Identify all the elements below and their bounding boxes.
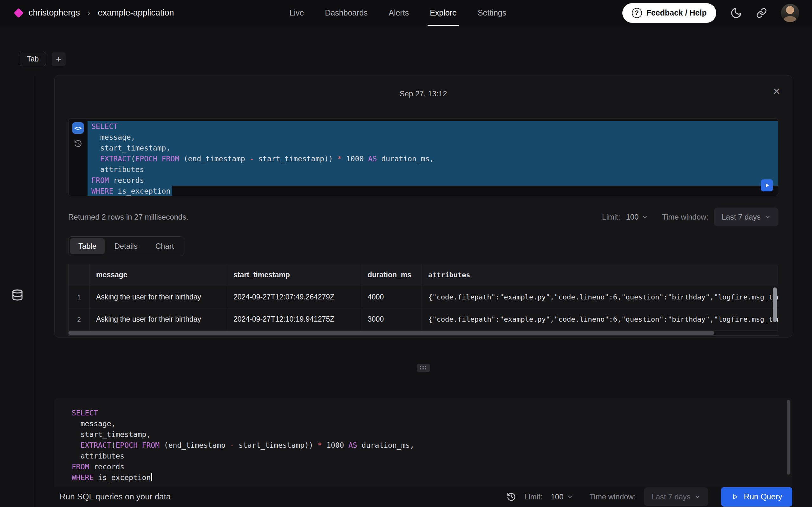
table-row[interactable]: 2Asking the user for their birthday2024-… bbox=[68, 308, 778, 331]
query-history-icon[interactable] bbox=[507, 492, 516, 502]
table-cell: 2024-09-27T12:10:19.941275Z bbox=[227, 308, 361, 330]
close-icon[interactable]: ✕ bbox=[773, 87, 780, 96]
chevron-down-icon bbox=[642, 214, 648, 220]
vertical-scrollbar[interactable] bbox=[773, 287, 777, 322]
history-icon[interactable] bbox=[74, 139, 82, 148]
footer-limit-label: Limit: bbox=[524, 493, 542, 501]
table-cell: 2 bbox=[68, 308, 90, 330]
column-header-duration_ms[interactable]: duration_ms bbox=[361, 264, 422, 286]
column-header-start_timestamp[interactable]: start_timestamp bbox=[227, 264, 361, 286]
limit-label: Limit: bbox=[602, 213, 620, 222]
horizontal-scrollbar[interactable] bbox=[68, 331, 778, 335]
database-icon[interactable] bbox=[11, 83, 23, 507]
table-body: 1Asking the user for their birthday2024-… bbox=[68, 286, 778, 331]
sql-editor-panel[interactable]: SELECT message, start_timestamp, EXTRACT… bbox=[54, 398, 792, 487]
time-window-value: Last 7 days bbox=[722, 213, 761, 222]
footer-limit-value: 100 bbox=[551, 493, 563, 501]
nav-right: ? Feedback / Help bbox=[622, 3, 799, 23]
table-cell: 2024-09-27T12:07:49.264279Z bbox=[227, 286, 361, 308]
nav-item-live[interactable]: Live bbox=[279, 0, 315, 26]
feedback-help-button[interactable]: ? Feedback / Help bbox=[622, 3, 716, 23]
editor-hint: Run SQL queries on your data bbox=[60, 492, 171, 502]
run-query-button[interactable]: Run Query bbox=[721, 487, 792, 507]
view-tab-table[interactable]: Table bbox=[70, 238, 105, 254]
footer-limit-select[interactable]: 100 bbox=[551, 493, 573, 501]
editor-gutter: <> bbox=[68, 118, 88, 196]
table-cell: Asking the user for their birthday bbox=[90, 308, 227, 330]
split-zone bbox=[54, 337, 792, 398]
breadcrumb-separator-icon: › bbox=[88, 8, 90, 17]
run-mini-button[interactable] bbox=[761, 179, 773, 191]
nav-items: LiveDashboardsAlertsExploreSettings bbox=[279, 0, 517, 26]
nav-item-dashboards[interactable]: Dashboards bbox=[314, 0, 378, 26]
status-row: Returned 2 rows in 27 milliseconds. Limi… bbox=[68, 208, 778, 226]
view-tabs: TableDetailsChart bbox=[68, 236, 184, 256]
user-avatar[interactable] bbox=[781, 4, 799, 22]
row-number-header bbox=[68, 264, 90, 286]
result-status: Returned 2 rows in 27 milliseconds. bbox=[68, 213, 189, 222]
result-panel-header: Sep 27, 13:12 ✕ bbox=[68, 75, 778, 112]
column-header-message[interactable]: message bbox=[90, 264, 227, 286]
editor-scrollbar[interactable] bbox=[787, 400, 790, 475]
breadcrumb-project[interactable]: example-application bbox=[98, 8, 174, 18]
result-timestamp: Sep 27, 13:12 bbox=[400, 89, 447, 98]
editor-sql-code[interactable]: SELECT message, start_timestamp, EXTRACT… bbox=[68, 405, 786, 483]
nav-item-explore[interactable]: Explore bbox=[419, 0, 467, 26]
table-cell: {"code.filepath":"example.py","code.line… bbox=[422, 286, 778, 308]
table-cell: Asking the user for their birthday bbox=[90, 286, 227, 308]
main-content: Sep 27, 13:12 ✕ <> SELECT message, start… bbox=[35, 75, 812, 507]
run-query-label: Run Query bbox=[744, 492, 782, 501]
footer-time-window-label: Time window: bbox=[590, 493, 636, 501]
text-caret bbox=[151, 473, 152, 481]
panel-resize-handle[interactable] bbox=[417, 364, 430, 372]
chevron-down-icon bbox=[567, 494, 573, 500]
top-nav: christophergs › example-application Live… bbox=[0, 0, 812, 26]
left-rail bbox=[0, 75, 35, 507]
breadcrumb-org[interactable]: christophergs bbox=[29, 8, 80, 18]
results-table: messagestart_timestampduration_msattribu… bbox=[68, 264, 778, 336]
code-icon[interactable]: <> bbox=[72, 122, 84, 134]
question-circle-icon: ? bbox=[632, 8, 642, 18]
tab-bar: Tab + bbox=[0, 26, 812, 75]
chevron-down-icon bbox=[694, 494, 701, 500]
chevron-down-icon bbox=[764, 214, 771, 220]
bottom-bar: Run SQL queries on your data Limit: 100 … bbox=[54, 487, 792, 507]
theme-toggle-moon-icon[interactable] bbox=[730, 7, 742, 19]
nav-item-alerts[interactable]: Alerts bbox=[378, 0, 419, 26]
table-cell: 4000 bbox=[361, 286, 422, 308]
add-tab-button[interactable]: + bbox=[52, 52, 66, 66]
table-header-row: messagestart_timestampduration_msattribu… bbox=[68, 264, 778, 286]
time-window-select[interactable]: Last 7 days bbox=[714, 208, 778, 226]
limit-value: 100 bbox=[626, 213, 639, 222]
tab-chip[interactable]: Tab bbox=[20, 52, 46, 66]
nav-item-settings[interactable]: Settings bbox=[467, 0, 517, 26]
logfire-logo-icon[interactable] bbox=[14, 8, 23, 18]
table-cell: 1 bbox=[68, 286, 90, 308]
column-header-attributes[interactable]: attributes bbox=[422, 264, 778, 286]
table-cell: 3000 bbox=[361, 308, 422, 330]
workspace: Sep 27, 13:12 ✕ <> SELECT message, start… bbox=[0, 75, 812, 507]
breadcrumb: christophergs › example-application bbox=[15, 8, 174, 18]
table-cell: {"code.filepath":"example.py","code.line… bbox=[422, 308, 778, 330]
result-sql-view: <> SELECT message, start_timestamp, EXTR… bbox=[68, 118, 778, 196]
footer-time-window-value: Last 7 days bbox=[652, 493, 691, 501]
result-controls: Limit: 100 Time window: Last 7 days bbox=[602, 208, 778, 226]
table-row[interactable]: 1Asking the user for their birthday2024-… bbox=[68, 286, 778, 308]
share-link-icon[interactable] bbox=[756, 8, 767, 18]
horizontal-scrollbar-thumb[interactable] bbox=[68, 331, 714, 335]
view-tab-details[interactable]: Details bbox=[106, 238, 146, 254]
result-sql-code[interactable]: SELECT message, start_timestamp, EXTRACT… bbox=[88, 118, 778, 196]
time-window-label: Time window: bbox=[662, 213, 708, 222]
limit-select[interactable]: 100 bbox=[626, 213, 648, 222]
feedback-help-label: Feedback / Help bbox=[647, 8, 707, 17]
query-result-panel: Sep 27, 13:12 ✕ <> SELECT message, start… bbox=[54, 75, 792, 337]
footer-time-window-select[interactable]: Last 7 days bbox=[644, 487, 708, 506]
play-icon bbox=[731, 493, 739, 501]
view-tab-chart[interactable]: Chart bbox=[147, 238, 183, 254]
